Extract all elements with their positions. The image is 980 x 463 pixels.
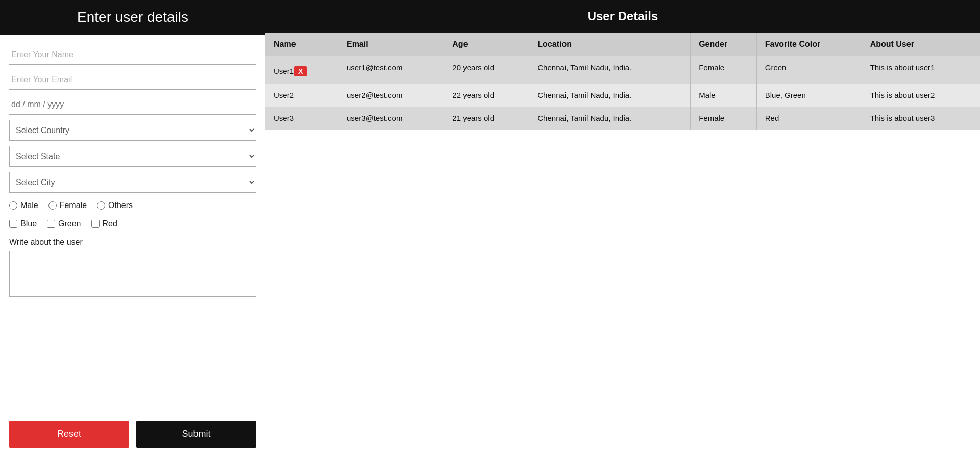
name-input[interactable] <box>9 45 256 65</box>
checkbox-label-green[interactable]: Green <box>47 219 81 228</box>
table-header-row: Name Email Age Location Gender Favorite … <box>265 33 980 56</box>
radio-label-female[interactable]: Female <box>48 201 87 210</box>
checkbox-green[interactable] <box>47 220 55 228</box>
checkbox-label-red[interactable]: Red <box>91 219 117 228</box>
user-name: User2 <box>274 91 294 99</box>
checkbox-blue[interactable] <box>9 220 17 228</box>
table-row: User1Xuser1@test.com20 years oldChennai,… <box>265 56 980 84</box>
cell-email: user1@test.com <box>338 56 444 84</box>
cell-name: User1X <box>265 56 338 84</box>
cell-favorite-color: Blue, Green <box>756 84 862 107</box>
radio-label-male[interactable]: Male <box>9 201 38 210</box>
cell-location: Chennai, Tamil Nadu, India. <box>529 107 691 130</box>
submit-button[interactable]: Submit <box>136 421 256 448</box>
table-row: User2user2@test.com22 years oldChennai, … <box>265 84 980 107</box>
col-location: Location <box>529 33 691 56</box>
cell-email: user3@test.com <box>338 107 444 130</box>
cell-gender: Female <box>691 107 757 130</box>
delete-badge[interactable]: X <box>294 66 307 76</box>
cell-location: Chennai, Tamil Nadu, India. <box>529 56 691 84</box>
user-name: User3 <box>274 114 294 122</box>
country-select[interactable]: Select Country India USA UK <box>9 120 256 141</box>
state-select[interactable]: Select State Tamil Nadu Maharashtra Karn… <box>9 146 256 167</box>
cell-age: 20 years old <box>444 56 529 84</box>
table-title: User Details <box>265 0 980 33</box>
cell-gender: Female <box>691 56 757 84</box>
cell-age: 22 years old <box>444 84 529 107</box>
cell-about: This is about user3 <box>862 107 980 130</box>
col-email: Email <box>338 33 444 56</box>
col-gender: Gender <box>691 33 757 56</box>
right-panel: User Details Name Email Age Location Gen… <box>265 0 980 463</box>
radio-female-label: Female <box>60 201 87 210</box>
radio-male-label: Male <box>20 201 38 210</box>
cell-age: 21 years old <box>444 107 529 130</box>
col-about-user: About User <box>862 33 980 56</box>
radio-others[interactable] <box>97 201 105 210</box>
cell-about: This is about user1 <box>862 56 980 84</box>
email-input[interactable] <box>9 70 256 90</box>
left-panel: Enter user details Select Country India … <box>0 0 265 463</box>
cell-name: User2 <box>265 84 338 107</box>
textarea-label: Write about the user <box>9 238 256 247</box>
cell-location: Chennai, Tamil Nadu, India. <box>529 84 691 107</box>
user-details-table: Name Email Age Location Gender Favorite … <box>265 33 980 130</box>
form-title: Enter user details <box>0 0 265 35</box>
col-name: Name <box>265 33 338 56</box>
checkbox-blue-label: Blue <box>20 219 37 228</box>
form-area: Select Country India USA UK Select State… <box>0 35 265 463</box>
date-input[interactable] <box>9 95 256 115</box>
cell-favorite-color: Green <box>756 56 862 84</box>
user-name: User1 <box>274 67 294 75</box>
city-select[interactable]: Select City Chennai Mumbai Bangalore <box>9 172 256 193</box>
radio-male[interactable] <box>9 201 17 210</box>
about-textarea[interactable] <box>9 251 256 297</box>
checkbox-red[interactable] <box>91 220 100 228</box>
col-favorite-color: Favorite Color <box>756 33 862 56</box>
cell-about: This is about user2 <box>862 84 980 107</box>
checkbox-label-blue[interactable]: Blue <box>9 219 37 228</box>
reset-button[interactable]: Reset <box>9 421 129 448</box>
checkbox-green-label: Green <box>58 219 81 228</box>
button-row: Reset Submit <box>9 421 256 453</box>
cell-name: User3 <box>265 107 338 130</box>
cell-favorite-color: Red <box>756 107 862 130</box>
gender-radio-group: Male Female Others <box>9 201 256 210</box>
col-age: Age <box>444 33 529 56</box>
radio-label-others[interactable]: Others <box>97 201 133 210</box>
radio-others-label: Others <box>108 201 133 210</box>
table-row: User3user3@test.com21 years oldChennai, … <box>265 107 980 130</box>
radio-female[interactable] <box>48 201 57 210</box>
cell-gender: Male <box>691 84 757 107</box>
color-checkbox-group: Blue Green Red <box>9 219 256 228</box>
cell-email: user2@test.com <box>338 84 444 107</box>
checkbox-red-label: Red <box>103 219 117 228</box>
